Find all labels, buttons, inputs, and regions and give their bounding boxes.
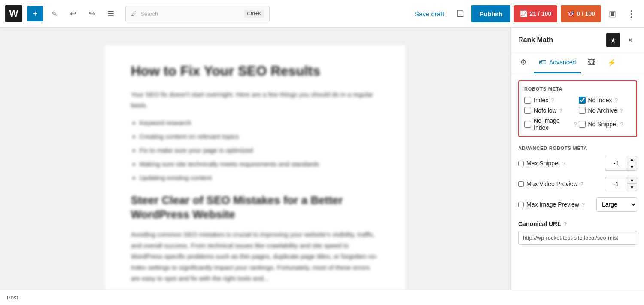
tools-button[interactable]: ✎ <box>46 6 62 21</box>
max-image-preview-checkbox[interactable] <box>518 202 524 207</box>
index-help-icon[interactable]: ? <box>551 97 554 104</box>
tab-advanced[interactable]: 🏷 Advanced <box>534 53 581 73</box>
max-snippet-input[interactable] <box>605 156 627 170</box>
sidebar-content: ROBOTS META Index ? No Index ? <box>511 73 644 290</box>
undo-button[interactable]: ↩ <box>65 6 81 21</box>
noarchive-help-icon[interactable]: ? <box>620 107 623 114</box>
max-video-preview-label: Max Video Preview ? <box>518 180 601 187</box>
robots-meta-label: ROBOTS META <box>524 86 631 92</box>
nosnippet-help-icon[interactable]: ? <box>620 121 623 128</box>
max-video-preview-checkbox[interactable] <box>518 181 524 187</box>
list-item: Updating existing content <box>140 173 380 183</box>
save-draft-button[interactable]: Save draft <box>410 10 449 18</box>
canonical-url-label: Canonical URL ? <box>518 220 637 227</box>
robots-meta-section: ROBOTS META Index ? No Index ? <box>518 80 637 137</box>
nosnippet-label: No Snippet <box>588 121 618 128</box>
max-image-preview-label: Max Image Preview ? <box>518 201 593 208</box>
editor-list: Keyword research Creating content on rel… <box>140 118 380 183</box>
index-label: Index <box>534 97 548 104</box>
post-title: How to Fix Your SEO Results <box>131 62 380 80</box>
redo-button[interactable]: ↪ <box>84 6 100 21</box>
content-score-icon: 🎯 <box>567 10 574 17</box>
seo-score-value: 21 / 100 <box>530 10 552 17</box>
canonical-url-input[interactable] <box>518 231 637 245</box>
max-video-preview-spinner: ▲ ▼ <box>605 177 637 191</box>
canonical-url-section: Canonical URL ? <box>518 220 637 245</box>
nofollow-help-icon[interactable]: ? <box>559 107 562 114</box>
max-image-preview-help-icon[interactable]: ? <box>582 201 585 208</box>
noindex-checkbox[interactable] <box>579 97 586 104</box>
list-item: Keyword research <box>140 118 380 128</box>
content-score-value: 0 / 100 <box>577 10 595 17</box>
add-block-button[interactable]: + <box>27 6 43 21</box>
editor-body: Avoiding common SEO mistakes is crucial … <box>131 229 380 284</box>
max-video-preview-row: Max Video Preview ? ▲ ▼ <box>518 177 637 191</box>
max-snippet-help-icon[interactable]: ? <box>562 160 565 167</box>
editor-intro: Your SEO fix doesn't start overnight. He… <box>131 89 380 111</box>
tab-social[interactable]: ⚡ <box>602 53 621 73</box>
rank-math-sidebar: Rank Math ★ × ⚙ 🏷 Advanced 🖼 ⚡ ROBO <box>511 28 644 290</box>
seo-score-button[interactable]: 📈 21 / 100 <box>514 5 558 22</box>
index-checkbox-row: Index ? <box>524 97 577 104</box>
list-item: Fix to make sure your page is optimized <box>140 145 380 156</box>
image-icon: 🖼 <box>588 58 595 67</box>
list-view-button[interactable]: ☰ <box>103 6 118 21</box>
more-options-button[interactable]: ⋮ <box>623 6 639 21</box>
noindex-label: No Index <box>588 97 612 104</box>
noimageindex-checkbox[interactable] <box>524 121 531 128</box>
search-placeholder: Search <box>140 11 158 17</box>
canonical-url-text: Canonical URL <box>518 220 561 227</box>
max-video-preview-input[interactable] <box>605 177 627 191</box>
max-image-preview-select[interactable]: None Standard Large <box>596 197 637 212</box>
max-snippet-text: Max Snippet <box>526 160 560 167</box>
robots-meta-checkboxes: Index ? No Index ? Nofollow ? <box>524 97 631 131</box>
noindex-checkbox-row: No Index ? <box>579 97 632 104</box>
nosnippet-checkbox[interactable] <box>579 121 586 128</box>
sidebar-title: Rank Math <box>518 36 603 44</box>
publish-button[interactable]: Publish <box>471 5 510 22</box>
nosnippet-checkbox-row: No Snippet ? <box>579 117 632 131</box>
panel-toggle-button[interactable]: ▣ <box>605 6 620 21</box>
tab-settings[interactable]: ⚙ <box>515 52 532 73</box>
index-checkbox[interactable] <box>524 97 531 104</box>
tag-icon: 🏷 <box>539 58 547 67</box>
max-snippet-spinner: ▲ ▼ <box>605 156 637 171</box>
noimageindex-label: No Image Index <box>534 117 571 131</box>
max-video-preview-help-icon[interactable]: ? <box>580 181 583 187</box>
tab-advanced-label: Advanced <box>549 59 576 66</box>
max-snippet-checkbox[interactable] <box>518 161 524 166</box>
editor-h2: Steer Clear of SEO Mistakes for a Better… <box>131 193 380 223</box>
noindex-help-icon[interactable]: ? <box>615 97 618 104</box>
close-sidebar-button[interactable]: × <box>623 33 637 47</box>
search-icon: 🖊 <box>131 10 137 17</box>
advanced-robots-label: ADVANCED ROBOTS META <box>518 146 637 151</box>
star-button[interactable]: ★ <box>606 33 620 47</box>
view-button[interactable]: ☐ <box>453 6 468 21</box>
status-bar: Post <box>0 290 644 305</box>
max-image-preview-row: Max Image Preview ? None Standard Large <box>518 197 637 212</box>
noimageindex-checkbox-row: No Image Index ? <box>524 117 577 131</box>
max-snippet-label: Max Snippet ? <box>518 160 601 167</box>
max-video-preview-down-button[interactable]: ▼ <box>627 184 637 191</box>
tab-schema[interactable]: 🖼 <box>583 53 601 73</box>
main-layout: How to Fix Your SEO Results Your SEO fix… <box>0 28 644 290</box>
nofollow-checkbox[interactable] <box>524 107 531 114</box>
noimageindex-help-icon[interactable]: ? <box>574 121 577 128</box>
max-snippet-up-button[interactable]: ▲ <box>627 156 637 163</box>
content-score-button[interactable]: 🎯 0 / 100 <box>561 5 601 22</box>
editor-area: How to Fix Your SEO Results Your SEO fix… <box>0 28 510 290</box>
search-shortcut: Ctrl+K <box>244 10 264 18</box>
advanced-robots-meta-section: ADVANCED ROBOTS META Max Snippet ? ▲ ▼ <box>518 146 637 212</box>
canonical-url-help-icon[interactable]: ? <box>564 221 567 227</box>
max-video-preview-up-button[interactable]: ▲ <box>627 177 637 184</box>
max-snippet-row: Max Snippet ? ▲ ▼ <box>518 156 637 171</box>
noarchive-checkbox[interactable] <box>579 107 586 114</box>
search-bar[interactable]: 🖊 Search Ctrl+K <box>125 6 270 21</box>
sidebar-tabs: ⚙ 🏷 Advanced 🖼 ⚡ <box>511 52 644 73</box>
wp-logo-icon: W <box>5 5 22 22</box>
noarchive-checkbox-row: No Archive ? <box>579 107 632 114</box>
toolbar: W + ✎ ↩ ↪ ☰ 🖊 Search Ctrl+K Save draft ☐… <box>0 0 644 28</box>
post-status-label: Post <box>7 294 18 301</box>
max-video-preview-text: Max Video Preview <box>526 180 578 187</box>
max-snippet-down-button[interactable]: ▼ <box>627 163 637 171</box>
